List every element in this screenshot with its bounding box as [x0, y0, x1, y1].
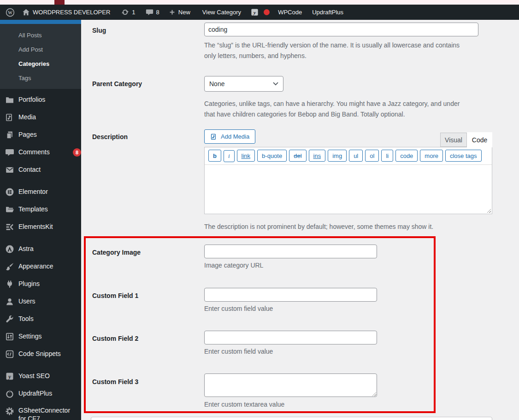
sidebar-subitem-all-posts[interactable]: All Posts	[0, 28, 81, 42]
sidebar-item-label: ElementsKit	[18, 223, 73, 231]
comments-count-badge: 8	[73, 148, 81, 157]
quicktag-code-button[interactable]: code	[395, 150, 418, 162]
svg-text:y: y	[253, 10, 256, 15]
media-icon	[5, 113, 14, 122]
sidebar-subitem-add-post[interactable]: Add Post	[0, 42, 81, 57]
quicktag-close-tags-button[interactable]: close tags	[445, 150, 482, 162]
users-icon	[5, 297, 14, 306]
sidebar-item-label: Settings	[18, 332, 73, 341]
tab-visual[interactable]: Visual	[440, 133, 467, 147]
svg-text:y: y	[7, 373, 11, 380]
updraftplus-menu[interactable]: UpdraftPlus	[312, 9, 343, 16]
next-metabox-edge	[91, 417, 492, 420]
sidebar-subitem-categories[interactable]: Categories	[0, 57, 81, 71]
add-media-label: Add Media	[221, 133, 249, 140]
elementskit-icon	[5, 222, 14, 232]
yoast-menu[interactable]: y	[250, 8, 259, 17]
sidebar-menu: PortfoliosMediaPagesComments8ContactElem…	[0, 89, 81, 420]
update-icon	[121, 8, 129, 16]
quicktag-link-button[interactable]: link	[237, 150, 255, 162]
quicktag-img-button[interactable]: img	[328, 150, 347, 162]
updraftplus-icon	[5, 389, 14, 398]
sidebar-item-label: Elementor	[18, 188, 73, 196]
quicktag-b-button[interactable]: b	[208, 150, 221, 162]
comment-bubble-icon	[146, 8, 153, 16]
sidebar-item-gsheetconnector-for-cf7[interactable]: GSheetConnector for CF7	[0, 402, 81, 420]
new-content-menu[interactable]: New	[169, 9, 190, 16]
sidebar-item-contact[interactable]: Contact	[0, 161, 81, 179]
sidebar-item-users[interactable]: Users	[0, 293, 81, 310]
sidebar-item-media[interactable]: Media	[0, 109, 81, 126]
custom-field-1-input[interactable]	[204, 288, 377, 302]
sidebar-subitem-tags[interactable]: Tags	[0, 71, 81, 85]
updates-link[interactable]: 1	[121, 8, 135, 16]
comments-link[interactable]: 8	[146, 8, 159, 16]
custom-field-1-label: Custom Field 1	[92, 292, 138, 299]
quicktag-ul-button[interactable]: ul	[349, 150, 363, 162]
quicktag-ol-button[interactable]: ol	[365, 150, 379, 162]
sidebar-item-elementskit[interactable]: ElementsKit	[0, 218, 81, 236]
site-name-link[interactable]: WORDPRESS DEVELOPER	[22, 8, 110, 16]
sidebar-item-portfolios[interactable]: Portfolios	[0, 91, 81, 109]
quicktag-more-button[interactable]: more	[420, 150, 443, 162]
posts-active-menu-strip[interactable]	[0, 20, 81, 24]
sidebar-item-label: Astra	[18, 245, 73, 253]
yoast-icon: y	[250, 8, 259, 17]
description-editor: bilinkb-quotedelinsimgulollicodemoreclos…	[204, 147, 492, 214]
plugins-icon	[5, 280, 14, 289]
custom-field-2-input[interactable]	[204, 331, 377, 344]
media-icon	[210, 133, 218, 140]
sidebar-item-templates[interactable]: Templates	[0, 201, 81, 218]
edit-category-form: Slug The “slug” is the URL-friendly vers…	[81, 20, 519, 420]
quicktag-b-quote-button[interactable]: b-quote	[257, 150, 287, 162]
quicktag-li-button[interactable]: li	[381, 150, 393, 162]
parent-category-select[interactable]: None	[204, 76, 283, 92]
quicktag-i-button[interactable]: i	[224, 150, 235, 162]
slug-label: Slug	[92, 27, 106, 34]
category-image-help: Image category URL	[204, 260, 263, 271]
notification-dot[interactable]	[264, 9, 270, 15]
sidebar-item-elementor[interactable]: Elementor	[0, 183, 81, 201]
admin-bar: W WORDPRESS DEVELOPER 1 8 New	[0, 5, 519, 20]
sidebar-item-astra[interactable]: Astra	[0, 240, 81, 258]
quicktag-ins-button[interactable]: ins	[309, 150, 326, 162]
sidebar-item-plugins[interactable]: Plugins	[0, 275, 81, 293]
sidebar-item-yoast-seo[interactable]: yYoast SEO	[0, 368, 81, 385]
browser-tab-fragment	[54, 0, 65, 5]
plus-icon	[169, 9, 176, 16]
view-category-link[interactable]: View Category	[202, 9, 241, 16]
sidebar-item-tools[interactable]: Tools	[0, 310, 81, 328]
add-media-button[interactable]: Add Media	[204, 129, 255, 144]
admin-sidebar: All PostsAdd PostCategoriesTags Portfoli…	[0, 20, 81, 420]
menu-section: PortfoliosMediaPagesComments8Contact	[0, 91, 81, 179]
red-dot-icon	[264, 9, 270, 15]
custom-field-2-help: Enter custom field value	[204, 346, 273, 357]
update-count: 1	[132, 9, 135, 16]
custom-field-3-label: Custom Field 3	[92, 378, 138, 385]
wpcode-menu[interactable]: WPCode	[278, 9, 302, 16]
svg-text:W: W	[8, 10, 12, 15]
site-name: WORDPRESS DEVELOPER	[33, 9, 110, 16]
sidebar-item-label: Templates	[18, 205, 73, 214]
slug-input[interactable]	[204, 23, 478, 36]
templates-icon	[5, 205, 14, 214]
sidebar-item-code-snippets[interactable]: Code Snippets	[0, 345, 81, 363]
custom-field-1-help: Enter custom field value	[204, 303, 273, 314]
sidebar-item-label: UpdraftPlus	[18, 390, 73, 398]
custom-field-3-textarea[interactable]	[204, 373, 377, 397]
sidebar-item-label: Yoast SEO	[18, 372, 73, 380]
sidebar-item-appearance[interactable]: Appearance	[0, 258, 81, 275]
quicktag-del-button[interactable]: del	[289, 150, 306, 162]
description-textarea[interactable]	[205, 164, 492, 214]
new-label: New	[178, 9, 190, 16]
wpcode-label: WPCode	[278, 9, 302, 16]
sidebar-item-comments[interactable]: Comments8	[0, 144, 81, 161]
menu-section: AstraAppearancePluginsUsersToolsSettings…	[0, 240, 81, 363]
astra-icon	[5, 245, 14, 254]
category-image-input[interactable]	[204, 245, 377, 258]
wordpress-logo-menu[interactable]: W	[6, 8, 15, 17]
sidebar-item-settings[interactable]: Settings	[0, 328, 81, 345]
sidebar-item-updraftplus[interactable]: UpdraftPlus	[0, 385, 81, 402]
sidebar-item-pages[interactable]: Pages	[0, 126, 81, 144]
tab-code[interactable]: Code	[467, 132, 492, 147]
